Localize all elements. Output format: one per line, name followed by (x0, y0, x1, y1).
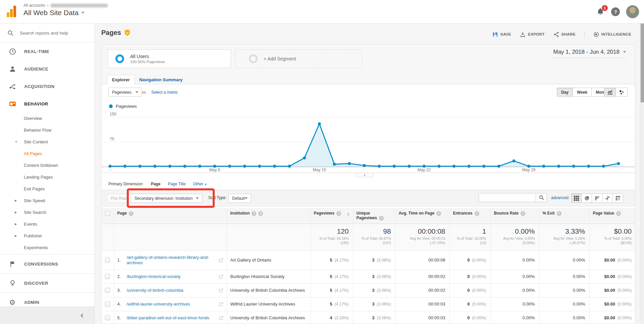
open-in-new-icon[interactable] (219, 316, 223, 320)
chevron-collapsed-icon[interactable]: ▶ (15, 234, 17, 237)
sidebar-item-audience[interactable]: AUDIENCE (0, 60, 94, 78)
sidebar-item-site-speed[interactable]: ▶Site Speed (0, 195, 94, 206)
sidebar-item-acquisition[interactable]: ACQUISITION (0, 78, 94, 95)
sidebar-item-experiments[interactable]: Experiments (0, 242, 94, 253)
sidebar-item-behavior-flow[interactable]: Behavior Flow (0, 124, 94, 136)
page-link[interactable]: /art-gallery-of-ontario-research-library… (127, 255, 217, 266)
sidebar-item-conversions[interactable]: CONVERSIONS (0, 255, 94, 273)
sort-type-dropdown[interactable]: Default (228, 194, 251, 203)
metric-selector-dropdown[interactable]: Pageviews (108, 88, 142, 97)
help-bubble-icon[interactable]: ? (379, 216, 384, 221)
sidebar-search[interactable] (0, 24, 94, 43)
granularity-week-button[interactable]: Week (573, 88, 592, 97)
column-exit[interactable]: % Exit? (539, 208, 589, 224)
advanced-link[interactable]: advanced (551, 195, 569, 200)
google-analytics-logo-icon[interactable] (7, 5, 17, 18)
segment-all-users[interactable]: All Users 100.00% Pageviews (108, 49, 231, 68)
primary-dimension-page-title[interactable]: Page Title (168, 182, 185, 186)
column-unique-pageviews[interactable]: Unique Pageviews? (353, 208, 395, 224)
comparison-view-button[interactable] (602, 193, 613, 203)
sidebar-item-all-pages[interactable]: All Pages (0, 148, 94, 159)
chevron-collapsed-icon[interactable]: ▶ (15, 211, 17, 214)
row-checkbox[interactable] (105, 258, 110, 263)
select-a-metric-link[interactable]: Select a metric (151, 90, 178, 95)
data-view-button[interactable] (571, 193, 582, 203)
primary-dimension-other[interactable]: Other ▼ (193, 182, 207, 186)
column-entrances[interactable]: Entrances? (449, 208, 490, 224)
breadcrumb-all-accounts[interactable]: All accounts (23, 3, 45, 8)
page-link[interactable]: /bitter-paradise-sell-out-of-east-timor-… (127, 315, 217, 321)
sidebar-collapse-bar[interactable] (0, 307, 94, 324)
granularity-day-button[interactable]: Day (557, 88, 573, 97)
column-page[interactable]: Page? (114, 208, 227, 224)
sidebar-item-landing-pages[interactable]: Landing Pages (0, 171, 94, 183)
open-in-new-icon[interactable] (219, 302, 223, 307)
date-range-selector[interactable]: May 1, 2018 - Jun 4, 2018 (552, 47, 627, 58)
pageviews-line-chart[interactable] (102, 110, 635, 176)
chevron-expanded-icon[interactable]: ▼ (15, 140, 17, 143)
column-institution[interactable]: Institution?× (227, 208, 310, 224)
motion-chart-button[interactable] (616, 88, 628, 97)
tab-explorer[interactable]: Explorer (107, 75, 135, 84)
remove-dimension-icon[interactable]: × (258, 211, 263, 216)
vertical-scrollbar[interactable] (640, 24, 644, 324)
help-bubble-icon[interactable]: ? (521, 211, 525, 216)
help-bubble-icon[interactable]: ? (129, 211, 133, 216)
select-all-checkbox[interactable] (105, 211, 110, 216)
plot-rows-button[interactable]: Plot Rows (107, 194, 133, 203)
add-segment-button[interactable]: + Add Segment (235, 49, 362, 68)
chevron-collapsed-icon[interactable]: ▶ (15, 223, 17, 226)
intelligence-button[interactable]: INTELLIGENCE (593, 32, 631, 37)
property-selector[interactable]: All Web Site Data (23, 9, 85, 17)
open-in-new-icon[interactable] (219, 258, 223, 263)
page-link[interactable]: /university-of-british-columbia (127, 288, 217, 293)
column-page-value[interactable]: Page Value? (589, 208, 635, 224)
notifications-button[interactable]: 1 (596, 7, 605, 16)
column-bounce-rate[interactable]: Bounce Rate? (490, 208, 539, 224)
column-avg-time[interactable]: Avg. Time on Page? (395, 208, 449, 224)
chevron-collapsed-icon[interactable]: ▶ (15, 199, 17, 202)
sidebar-item-exit-pages[interactable]: Exit Pages (0, 183, 94, 195)
table-search-input[interactable] (479, 193, 536, 202)
sidebar-item-events[interactable]: ▶Events (0, 218, 94, 230)
help-bubble-icon[interactable]: ? (336, 211, 341, 216)
open-in-new-icon[interactable] (219, 274, 223, 279)
sidebar-item-overview[interactable]: Overview (0, 112, 94, 124)
help-bubble-icon[interactable]: ? (252, 211, 256, 216)
help-button[interactable]: ? (611, 7, 620, 16)
scrollbar-thumb[interactable] (641, 24, 644, 102)
help-bubble-icon[interactable]: ? (616, 211, 621, 216)
open-in-new-icon[interactable] (219, 288, 223, 293)
sidebar-item-site-content[interactable]: ▼Site Content (0, 136, 94, 148)
share-button[interactable]: SHARE (553, 32, 576, 37)
table-search-button[interactable] (536, 193, 547, 202)
sidebar-item-site-search[interactable]: ▶Site Search (0, 206, 94, 218)
help-bubble-icon[interactable]: ? (557, 211, 561, 216)
column-pageviews[interactable]: Pageviews?↓ (310, 208, 353, 224)
search-input[interactable] (19, 30, 86, 36)
row-checkbox[interactable] (105, 302, 110, 307)
row-checkbox[interactable] (105, 274, 110, 279)
line-chart-button[interactable] (604, 88, 616, 97)
page-link[interactable]: /wilfrid-laurier-university-archives (127, 302, 217, 307)
pivot-view-button[interactable] (613, 193, 623, 203)
sidebar-item-real-time[interactable]: REAL-TIME (0, 43, 94, 60)
percentage-view-button[interactable] (582, 193, 592, 203)
sidebar-item-discover[interactable]: DISCOVER (0, 274, 94, 292)
primary-dimension-page[interactable]: Page (151, 182, 161, 186)
tab-navigation-summary[interactable]: Navigation Summary (139, 75, 182, 84)
page-link[interactable]: /burlington-historical-society (127, 274, 217, 279)
sidebar-item-behavior[interactable]: BEHAVIOR (0, 95, 94, 112)
user-avatar[interactable] (626, 5, 639, 18)
export-button[interactable]: EXPORT (520, 32, 545, 37)
row-checkbox[interactable] (105, 315, 110, 320)
chart-collapse-toggle[interactable]: ▼ (356, 173, 373, 177)
help-bubble-icon[interactable]: ? (475, 211, 479, 216)
secondary-dimension-dropdown[interactable]: Secondary dimension: Institution (131, 194, 202, 203)
performance-view-button[interactable] (592, 193, 602, 203)
sidebar-item-content-drilldown[interactable]: Content Drilldown (0, 159, 94, 171)
row-checkbox[interactable] (105, 288, 110, 293)
save-button[interactable]: SAVE (492, 32, 511, 37)
sidebar-item-publisher[interactable]: ▶Publisher (0, 230, 94, 242)
help-bubble-icon[interactable]: ? (436, 211, 441, 216)
